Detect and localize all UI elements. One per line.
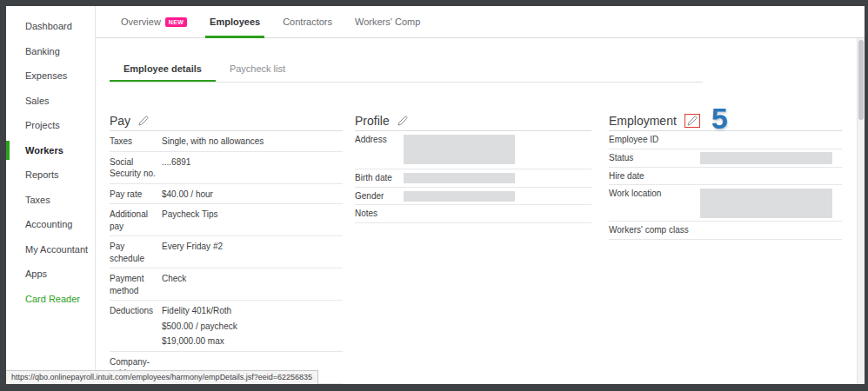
sidebar-item-sales[interactable]: Sales — [6, 89, 95, 114]
profile-header: Profile — [355, 111, 591, 131]
tab-employees[interactable]: Employees — [198, 6, 271, 37]
field-label: Status — [609, 152, 700, 164]
field-label: Pay schedule — [110, 241, 162, 264]
field-label: Workers' comp class — [609, 224, 700, 236]
field-value: $500.00 / paycheck — [162, 321, 343, 333]
subtab-divider — [110, 82, 703, 83]
sidebar-item-taxes[interactable]: Taxes — [6, 188, 95, 213]
field-label: Deductions — [110, 305, 162, 348]
tab-contractors[interactable]: Contractors — [271, 6, 344, 37]
edit-profile-icon[interactable] — [397, 116, 408, 126]
edit-employment-icon[interactable] — [684, 114, 700, 128]
subtabs: Employee details Paycheck list — [110, 54, 299, 83]
tab-overview[interactable]: Overview NEW — [110, 6, 198, 37]
field-label: Hire date — [609, 170, 700, 182]
tab-workers-comp[interactable]: Workers' Comp — [344, 6, 431, 37]
field-label: Taxes — [110, 136, 162, 148]
row-payment-method: Payment method Check — [110, 268, 343, 301]
row-additional-pay: Additional pay Paycheck Tips — [110, 204, 343, 236]
field-value: $40.00 / hour — [162, 189, 343, 201]
sidebar-item-workers[interactable]: Workers — [6, 138, 95, 163]
sidebar-item-reports[interactable]: Reports — [6, 162, 95, 188]
field-value — [700, 224, 842, 236]
row-address: Address — [355, 131, 591, 169]
field-value — [700, 170, 842, 182]
field-label: Work location — [609, 188, 700, 218]
field-value: ....6891 — [162, 156, 343, 180]
field-value — [700, 134, 842, 146]
status-url: https://qbo.onlinepayroll.intuit.com/emp… — [6, 370, 318, 384]
redacted-value — [404, 173, 515, 183]
subtab-paycheck-list[interactable]: Paycheck list — [216, 54, 299, 83]
redacted-value — [700, 152, 832, 164]
field-label: Notes — [355, 208, 404, 220]
field-value: Every Friday #2 — [162, 241, 343, 264]
browser-viewport: Dashboard Banking Expenses Sales Project… — [6, 6, 865, 384]
field-label: Payment method — [110, 273, 162, 296]
row-gender: Gender — [355, 188, 591, 206]
sidebar-item-accounting[interactable]: Accounting — [6, 212, 95, 237]
sidebar: Dashboard Banking Expenses Sales Project… — [6, 6, 96, 384]
row-deductions: Deductions Fidelity 401k/Roth $500.00 / … — [110, 301, 343, 352]
redacted-value — [700, 189, 832, 218]
profile-section: Profile Address Birth date Gender Notes — [355, 111, 591, 223]
field-label: Additional pay — [110, 209, 162, 232]
employee-details-page: Employee details Paycheck list Pay Taxes… — [96, 38, 865, 384]
field-value: Check — [162, 273, 343, 296]
row-status: Status — [609, 149, 842, 168]
sidebar-item-my-accountant[interactable]: My Accountant — [6, 237, 95, 262]
employment-section: Employment 5 Employee ID Status Hire dat… — [609, 111, 842, 240]
field-label: Social Security no. — [110, 156, 162, 180]
employment-title: Employment — [609, 114, 677, 128]
field-value: Paycheck Tips — [162, 209, 343, 232]
employment-header: Employment 5 — [609, 111, 842, 131]
row-taxes: Taxes Single, with no allowances — [110, 131, 343, 152]
field-label: Pay rate — [110, 189, 162, 201]
field-label: Employee ID — [609, 134, 700, 146]
pay-title: Pay — [110, 114, 130, 128]
subtab-employee-details[interactable]: Employee details — [110, 54, 216, 83]
row-birth-date: Birth date — [355, 169, 591, 188]
field-value — [404, 208, 591, 220]
redacted-value — [404, 191, 515, 202]
field-label: Birth date — [355, 172, 404, 184]
sidebar-item-projects[interactable]: Projects — [6, 113, 95, 138]
pay-header: Pay — [110, 111, 343, 131]
field-value: Fidelity 401k/Roth — [162, 305, 343, 317]
new-badge: NEW — [165, 17, 187, 27]
row-work-location: Work location — [609, 185, 842, 222]
sidebar-item-apps[interactable]: Apps — [6, 262, 95, 287]
row-notes: Notes — [355, 205, 591, 223]
sidebar-item-expenses[interactable]: Expenses — [6, 63, 95, 89]
row-workers-comp-class: Workers' comp class — [609, 222, 842, 240]
pay-section: Pay Taxes Single, with no allowances Soc… — [110, 111, 343, 384]
row-pay-schedule: Pay schedule Every Friday #2 — [110, 236, 343, 268]
row-social-security: Social Security no. ....6891 — [110, 152, 343, 184]
field-label: Gender — [355, 190, 404, 202]
sidebar-item-card-reader[interactable]: Card Reader — [6, 287, 95, 312]
row-pay-rate: Pay rate $40.00 / hour — [110, 184, 343, 205]
row-hire-date: Hire date — [609, 168, 842, 186]
sidebar-item-banking[interactable]: Banking — [6, 39, 95, 64]
field-value-list: Fidelity 401k/Roth $500.00 / paycheck $1… — [162, 305, 343, 348]
profile-title: Profile — [355, 114, 390, 128]
redacted-value — [404, 135, 515, 164]
sidebar-item-dashboard[interactable]: Dashboard — [6, 14, 95, 39]
field-value: Single, with no allowances — [162, 136, 343, 148]
scrollbar[interactable] — [857, 38, 865, 384]
top-nav: Overview NEW Employees Contractors Worke… — [96, 6, 865, 38]
field-value: $19,000.00 max — [162, 335, 343, 348]
annotation-step-number: 5 — [711, 103, 728, 133]
scrollbar-thumb[interactable] — [858, 40, 864, 120]
tab-overview-label: Overview — [121, 17, 161, 27]
edit-pay-icon[interactable] — [138, 116, 149, 126]
field-label: Address — [355, 134, 404, 166]
